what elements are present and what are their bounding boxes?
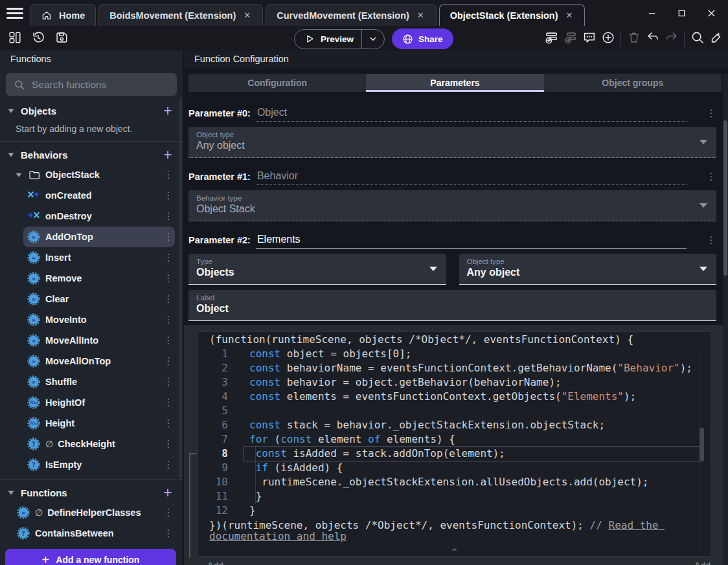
editor-scrollbar-thumb[interactable] <box>700 428 704 461</box>
resize-handle-icon[interactable]: ^ <box>452 548 457 556</box>
tree-item-ObjectStack[interactable]: ObjectStack⋮ <box>0 164 183 185</box>
add-event-icon[interactable] <box>542 28 561 47</box>
add-functions-button[interactable]: + <box>159 485 176 500</box>
parameter-name-field[interactable]: Behavior <box>256 170 687 185</box>
select-field-object-type[interactable]: Object typeAny object <box>188 127 716 158</box>
search-functions-input[interactable] <box>32 79 169 91</box>
add-behaviors-button[interactable]: + <box>159 148 176 162</box>
add-circle-icon[interactable] <box>598 28 617 47</box>
edit-properties-icon[interactable] <box>707 28 725 47</box>
tree-item-AddOnTop[interactable]: »AddOnTop⋮ <box>0 227 183 247</box>
add-condition-partial[interactable]: Add <box>207 560 223 565</box>
undo-icon[interactable] <box>643 28 662 47</box>
editor-tab[interactable]: ObjectStack (Extension)✕ <box>439 4 586 26</box>
line-number: 12 <box>198 504 228 518</box>
tree-item-HeightOf[interactable]: f(x)HeightOf⋮ <box>0 392 183 413</box>
search-icon[interactable] <box>688 28 707 47</box>
tab-close-icon[interactable]: ✕ <box>416 9 426 21</box>
tree-item-DefineHelperClasses[interactable]: »∅DefineHelperClasses⋮ <box>0 502 183 523</box>
svg-text:»: » <box>32 358 36 365</box>
item-menu-icon[interactable]: ⋮ <box>163 335 174 346</box>
close-button[interactable] <box>701 4 722 22</box>
editor-tab[interactable]: BoidsMovement (Extension)✕ <box>98 4 263 26</box>
item-menu-icon[interactable]: ⋮ <box>163 459 174 471</box>
section-header-functions[interactable]: Functions+ <box>0 483 183 502</box>
line-content: const stack = behavior._objectStackExten… <box>244 418 701 432</box>
preview-options-button[interactable] <box>362 34 384 43</box>
minimize-button[interactable] <box>641 4 662 22</box>
item-menu-icon[interactable]: ⋮ <box>163 527 174 539</box>
tree-item-Height[interactable]: f(x)Height⋮ <box>0 413 183 434</box>
section-header-objects[interactable]: Objects+ <box>0 101 183 120</box>
tree-item-onDestroy[interactable]: onDestroy⋮ <box>0 206 183 227</box>
expression-icon: f(x) <box>27 417 40 430</box>
tab-parameters[interactable]: Parameters <box>366 74 543 92</box>
tab-configuration[interactable]: Configuration <box>188 74 366 92</box>
tree-item-IsEmpty[interactable]: ?IsEmpty⋮ <box>0 454 183 475</box>
tree-item-Insert[interactable]: »Insert⋮ <box>0 247 183 268</box>
parameter-menu-icon[interactable]: ⋮ <box>706 234 716 249</box>
add-action-partial[interactable]: Add <box>694 560 711 565</box>
js-code-editor[interactable]: (function(runtimeScene, objects /*Object… <box>198 331 711 557</box>
project-manager-icon[interactable] <box>5 28 25 47</box>
share-button[interactable]: Share <box>392 28 453 49</box>
tree-item-Shuffle[interactable]: »Shuffle⋮ <box>0 371 183 392</box>
main-scrollbar-thumb[interactable] <box>723 120 727 276</box>
parameter-name-field[interactable]: Object <box>256 107 687 122</box>
item-menu-icon[interactable]: ⋮ <box>163 417 174 429</box>
tree-item-CheckHeight[interactable]: ?∅CheckHeight⋮ <box>0 434 183 454</box>
parameter-menu-icon[interactable]: ⋮ <box>706 107 716 122</box>
tree-item-MoveAllInto[interactable]: »MoveAllInto⋮ <box>0 330 183 351</box>
action-icon: » <box>27 334 40 347</box>
tree-item-onCreated[interactable]: onCreated⋮ <box>0 185 183 206</box>
tree-item-Clear[interactable]: »Clear⋮ <box>0 289 183 309</box>
add-comment-icon[interactable] <box>580 28 598 47</box>
editor-tab[interactable]: Home <box>30 4 96 26</box>
tree-item-MoveInto[interactable]: »MoveInto⋮ <box>0 309 183 330</box>
sidebar-scrollbar[interactable] <box>179 98 182 479</box>
line-number: 6 <box>198 418 228 432</box>
item-menu-icon[interactable]: ⋮ <box>163 190 174 201</box>
expression-icon: f(x) <box>27 396 40 409</box>
item-menu-icon[interactable]: ⋮ <box>163 376 174 388</box>
select-field-object-type[interactable]: Object typeAny object <box>459 254 717 285</box>
parameter-name-field[interactable]: Elements <box>256 234 687 249</box>
save-icon[interactable] <box>52 28 71 47</box>
item-menu-icon[interactable]: ⋮ <box>163 252 174 263</box>
line-content: const object = objects[0]; <box>244 347 701 361</box>
tab-close-icon[interactable]: ✕ <box>242 9 252 21</box>
tab-object-groups[interactable]: Object groups <box>544 74 722 92</box>
item-menu-icon[interactable]: ⋮ <box>163 314 174 326</box>
editor-tab[interactable]: CurvedMovement (Extension)✕ <box>266 4 437 26</box>
item-menu-icon[interactable]: ⋮ <box>163 355 174 367</box>
condition-icon: ? <box>27 438 40 450</box>
text-field-label[interactable]: LabelObject <box>188 290 716 321</box>
add-function-button[interactable]: + Add a new function <box>5 549 176 565</box>
section-label: Objects <box>21 105 159 116</box>
history-icon[interactable] <box>28 28 48 47</box>
search-functions-box[interactable] <box>6 73 177 96</box>
preview-button[interactable]: Preview <box>294 29 385 49</box>
chevron-down-icon[interactable] <box>16 172 25 178</box>
item-menu-icon[interactable]: ⋮ <box>163 272 174 284</box>
item-menu-icon[interactable]: ⋮ <box>163 397 174 408</box>
tree-item-label: Insert <box>45 252 163 263</box>
parameter-menu-icon[interactable]: ⋮ <box>706 171 716 185</box>
maximize-button[interactable] <box>671 4 692 22</box>
section-header-behaviors[interactable]: Behaviors+ <box>0 145 183 164</box>
item-menu-icon[interactable]: ⋮ <box>163 438 174 450</box>
select-field-type[interactable]: TypeObjects <box>188 254 446 285</box>
event-selection-accent <box>189 453 197 558</box>
select-field-behavior-type[interactable]: Behavior typeObject Stack <box>188 190 716 221</box>
tab-close-icon[interactable]: ✕ <box>565 9 574 21</box>
item-menu-icon[interactable]: ⋮ <box>163 210 174 222</box>
item-menu-icon[interactable]: ⋮ <box>163 169 174 181</box>
item-menu-icon[interactable]: ⋮ <box>163 507 174 518</box>
item-menu-icon[interactable]: ⋮ <box>163 293 174 305</box>
add-objects-button[interactable]: + <box>159 104 176 118</box>
tree-item-MoveAllOnTop[interactable]: »MoveAllOnTop⋮ <box>0 351 183 371</box>
tree-item-ContainsBetween[interactable]: ?ContainsBetween⋮ <box>0 523 183 544</box>
item-menu-icon[interactable]: ⋮ <box>163 231 174 243</box>
tree-item-Remove[interactable]: »Remove⋮ <box>0 268 183 289</box>
main-menu-icon[interactable] <box>6 5 23 21</box>
